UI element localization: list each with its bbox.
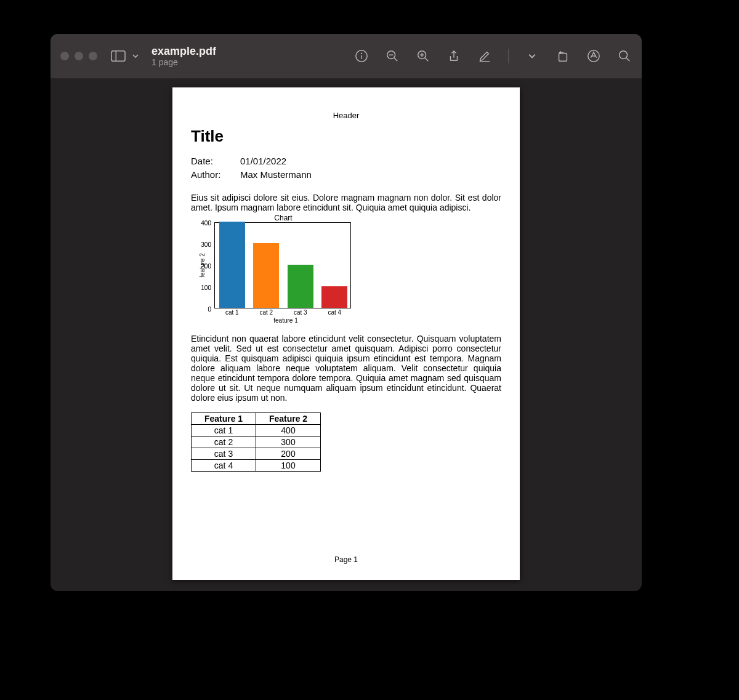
sidebar-toggle-group[interactable] [111,49,143,63]
info-button[interactable] [354,49,369,63]
table-row: cat 1400 [192,425,321,436]
toolbar-icons [354,49,632,63]
chart: Chart feature 2 0100200300400cat 1cat 2c… [191,214,357,324]
table-cell: 200 [256,448,321,460]
chart-bar [253,243,279,308]
chart-bar [288,265,313,308]
table-cell: cat 4 [192,460,256,472]
document-filename: example.pdf [151,45,216,58]
toolbar-separator [508,49,509,63]
minimize-window-button[interactable] [75,52,83,60]
meta-date-value: 01/01/2022 [240,155,286,168]
chart-xtick: cat 4 [321,308,347,316]
search-button[interactable] [617,49,632,63]
chart-plot-area: feature 2 0100200300400cat 1cat 2cat 3ca… [214,222,351,308]
chart-ytick: 100 [196,284,211,291]
document-heading: Title [191,127,501,146]
meta-author-label: Author: [191,168,240,182]
chart-ytick: 200 [196,262,211,269]
share-button[interactable] [446,49,461,63]
app-window: example.pdf 1 page [50,34,642,591]
chevron-down-icon [128,49,143,63]
svg-rect-13 [559,53,567,61]
table-row: cat 2300 [192,436,321,448]
paragraph-1: Eius sit adipisci dolore sit eius. Dolor… [191,193,501,212]
table-cell: cat 1 [192,425,256,436]
rotate-button[interactable] [555,49,570,63]
zoom-window-button[interactable] [89,52,97,60]
page-header: Header [172,111,520,120]
svg-line-9 [425,58,429,62]
chart-xtick: cat 2 [253,308,279,316]
table-header: Feature 1 [192,413,256,425]
svg-rect-0 [111,51,125,62]
chart-bar [219,222,245,308]
table-cell: 400 [256,425,321,436]
svg-line-17 [626,58,630,62]
document-viewport[interactable]: Header Page 1 Title Date: 01/01/2022 Aut… [50,79,642,591]
paragraph-2: Etincidunt non quaerat labore etincidunt… [191,334,501,403]
page-body: Title Date: 01/01/2022 Author: Max Muste… [191,127,501,472]
document-title-block: example.pdf 1 page [151,45,216,68]
table-cell: cat 2 [192,436,256,448]
chart-ytick: 0 [196,305,211,312]
close-window-button[interactable] [60,52,69,60]
highlight-button[interactable] [586,49,601,63]
meta-date-label: Date: [191,155,240,168]
table-cell: 100 [256,460,321,472]
chart-bar [321,286,347,308]
document-meta: Date: 01/01/2022 Author: Max Mustermann [191,155,501,182]
table-row: cat 4100 [192,460,321,472]
chevron-down-icon[interactable] [525,49,539,63]
page-footer: Page 1 [172,555,520,564]
chart-xlabel: feature 1 [214,317,357,324]
svg-point-4 [361,53,362,54]
chart-xtick: cat 3 [288,308,313,316]
table-row: cat 3200 [192,448,321,460]
data-table: Feature 1Feature 2 cat 1400cat 2300cat 3… [191,412,321,472]
pdf-page: Header Page 1 Title Date: 01/01/2022 Aut… [172,87,520,580]
svg-point-16 [620,51,628,59]
document-page-count: 1 page [151,57,216,67]
table-cell: cat 3 [192,448,256,460]
meta-author-value: Max Mustermann [240,168,312,182]
window-controls [60,52,97,60]
table-header: Feature 2 [256,413,321,425]
svg-line-6 [394,58,398,62]
sidebar-icon [111,49,126,63]
chart-ytick: 300 [196,241,211,247]
chart-xtick: cat 1 [219,308,245,316]
markup-button[interactable] [477,49,492,63]
chart-ytick: 400 [196,219,211,226]
chart-title: Chart [209,214,357,222]
zoom-out-button[interactable] [385,49,400,63]
table-cell: 300 [256,436,321,448]
zoom-in-button[interactable] [416,49,430,63]
titlebar: example.pdf 1 page [50,34,642,79]
